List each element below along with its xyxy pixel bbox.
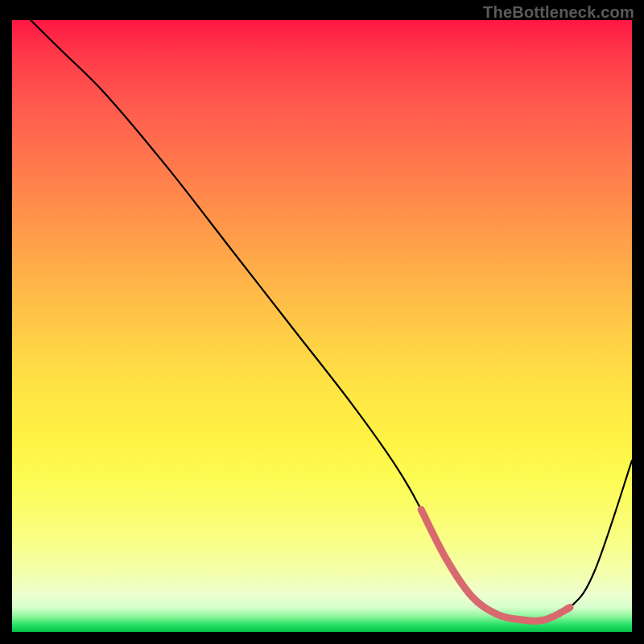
highlight-segment: [421, 510, 570, 621]
curve-svg: [12, 20, 632, 632]
chart-frame: TheBottleneck.com: [0, 0, 644, 644]
plot-area: [12, 20, 632, 632]
bottleneck-curve: [31, 20, 632, 621]
watermark-text: TheBottleneck.com: [483, 3, 634, 22]
